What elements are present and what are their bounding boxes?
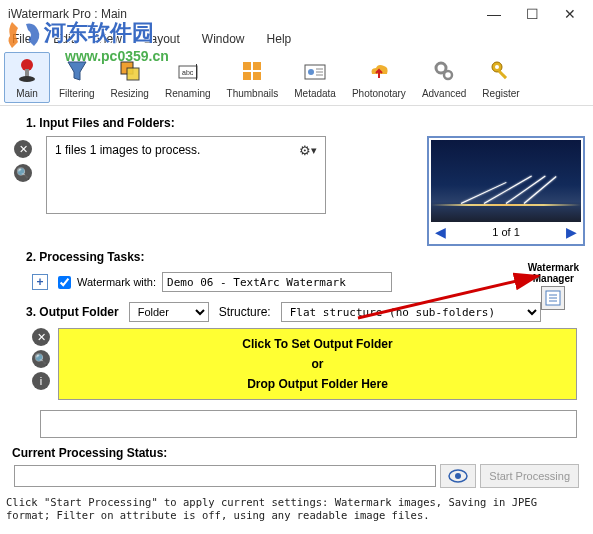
section-3-title: 3. Output Folder: [26, 305, 119, 319]
tab-register-label: Register: [482, 88, 519, 99]
status-progress: [14, 465, 436, 487]
footer-hint: Click "Start Processing" to apply curren…: [0, 494, 593, 523]
window-title: iWatermark Pro : Main: [8, 7, 479, 21]
rename-icon: abc: [173, 56, 203, 86]
svg-point-13: [308, 69, 314, 75]
output-line-1: Click To Set Output Folder: [242, 337, 392, 351]
output-line-3: Drop Output Folder Here: [247, 377, 388, 391]
menu-edit[interactable]: Edit: [49, 30, 78, 48]
tab-resizing-label: Resizing: [111, 88, 149, 99]
tab-photonotary[interactable]: Photonotary: [345, 52, 413, 103]
watermark-manager-label: WatermarkManager: [528, 262, 579, 284]
clear-output-button[interactable]: ✕: [32, 328, 50, 346]
tab-main[interactable]: Main: [4, 52, 50, 103]
search-input-button[interactable]: 🔍: [14, 164, 32, 182]
tab-metadata[interactable]: Metadata: [287, 52, 343, 103]
tab-thumbnails[interactable]: Thumbnails: [220, 52, 286, 103]
tab-main-label: Main: [16, 88, 38, 99]
svg-point-2: [19, 76, 35, 82]
start-processing-button[interactable]: Start Processing: [480, 464, 579, 488]
svg-rect-4: [127, 68, 139, 80]
structure-select[interactable]: Flat structure (no sub-folders): [281, 302, 541, 322]
id-card-icon: [300, 56, 330, 86]
remove-input-button[interactable]: ✕: [14, 140, 32, 158]
preview-image[interactable]: [431, 140, 581, 222]
tab-advanced[interactable]: Advanced: [415, 52, 473, 103]
tab-filtering[interactable]: Filtering: [52, 52, 102, 103]
section-1-title: 1. Input Files and Folders:: [26, 116, 585, 130]
tab-thumbnails-label: Thumbnails: [227, 88, 279, 99]
close-button[interactable]: ✕: [555, 2, 585, 26]
joystick-icon: [12, 56, 42, 86]
tab-filtering-label: Filtering: [59, 88, 95, 99]
preview-prev-button[interactable]: ◀: [435, 224, 446, 240]
output-line-2: or: [312, 357, 324, 371]
svg-text:abc: abc: [182, 69, 194, 76]
svg-rect-10: [243, 72, 251, 80]
minimize-button[interactable]: —: [479, 2, 509, 26]
svg-rect-1: [25, 69, 29, 77]
svg-rect-7: [196, 64, 197, 80]
cloud-upload-icon: [364, 56, 394, 86]
watermark-manager-button[interactable]: [541, 286, 565, 310]
maximize-button[interactable]: ☐: [517, 2, 547, 26]
tab-resizing[interactable]: Resizing: [104, 52, 156, 103]
tab-advanced-label: Advanced: [422, 88, 466, 99]
output-info-button[interactable]: i: [32, 372, 50, 390]
svg-rect-8: [243, 62, 251, 70]
status-label: Current Processing Status:: [12, 446, 585, 460]
svg-point-28: [455, 473, 461, 479]
tab-photonotary-label: Photonotary: [352, 88, 406, 99]
menubar: File Edit View Layout Window Help: [0, 28, 593, 50]
menu-window[interactable]: Window: [198, 30, 249, 48]
menu-view[interactable]: View: [92, 30, 126, 48]
funnel-icon: [62, 56, 92, 86]
watermark-with-label: Watermark with:: [77, 276, 156, 288]
key-icon: [486, 56, 516, 86]
input-files-box[interactable]: 1 files 1 images to process. ⚙▾: [46, 136, 326, 214]
svg-rect-11: [253, 72, 261, 80]
svg-rect-9: [253, 62, 261, 70]
menu-help[interactable]: Help: [263, 30, 296, 48]
structure-label: Structure:: [219, 305, 271, 319]
grid-icon: [237, 56, 267, 86]
preview-counter: 1 of 1: [492, 226, 520, 238]
preview-panel: ◀ 1 of 1 ▶: [427, 136, 585, 246]
preview-eye-button[interactable]: [440, 464, 476, 488]
find-output-button[interactable]: 🔍: [32, 350, 50, 368]
menu-layout[interactable]: Layout: [140, 30, 184, 48]
add-task-button[interactable]: +: [32, 274, 48, 290]
additional-area[interactable]: [40, 410, 577, 438]
output-drop-zone[interactable]: Click To Set Output Folder or Drop Outpu…: [58, 328, 577, 400]
preview-next-button[interactable]: ▶: [566, 224, 577, 240]
tab-register[interactable]: Register: [475, 52, 526, 103]
input-gear-dropdown[interactable]: ⚙▾: [299, 143, 317, 158]
svg-point-20: [495, 65, 499, 69]
section-2-title: 2. Processing Tasks:: [26, 250, 585, 264]
tab-renaming-label: Renaming: [165, 88, 211, 99]
output-folder-select[interactable]: Folder: [129, 302, 209, 322]
tab-renaming[interactable]: abc Renaming: [158, 52, 218, 103]
resize-icon: [115, 56, 145, 86]
input-files-text: 1 files 1 images to process.: [55, 143, 200, 157]
menu-file[interactable]: File: [8, 30, 35, 48]
svg-point-18: [444, 71, 452, 79]
toolbar: Main Filtering Resizing abc Renaming Thu…: [0, 50, 593, 106]
svg-rect-21: [498, 70, 507, 79]
watermark-checkbox[interactable]: [58, 276, 71, 289]
gears-icon: [429, 56, 459, 86]
tab-metadata-label: Metadata: [294, 88, 336, 99]
watermark-select[interactable]: [162, 272, 392, 292]
titlebar: iWatermark Pro : Main — ☐ ✕: [0, 0, 593, 28]
